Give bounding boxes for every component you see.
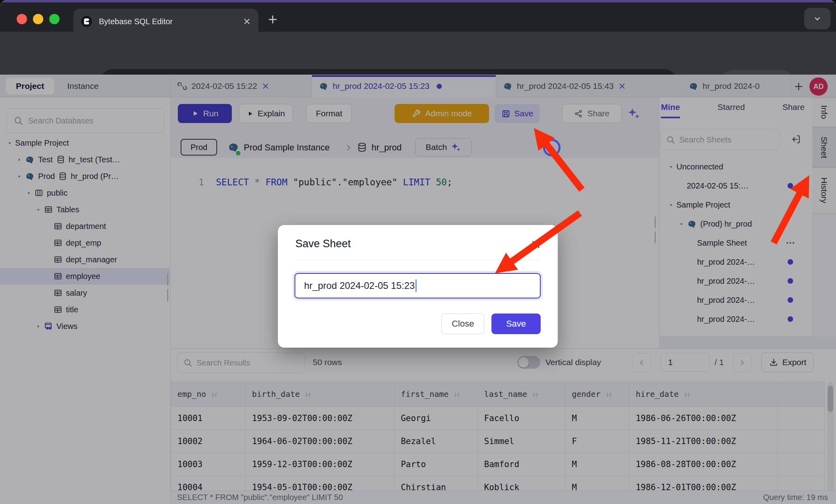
minimize-window-button[interactable]	[33, 14, 43, 24]
new-tab-button[interactable]	[267, 13, 279, 25]
browser-titlebar: Bytebase SQL Editor	[0, 2, 836, 32]
dialog-divider	[295, 260, 540, 260]
annotation-ring	[543, 139, 561, 156]
save-sheet-dialog: Save Sheet hr_prod 2024-02-05 15:23 Clos…	[278, 225, 558, 348]
close-dialog-icon[interactable]	[530, 239, 542, 250]
close-window-button[interactable]	[17, 14, 27, 24]
sheet-name-input[interactable]: hr_prod 2024-02-05 15:23	[295, 273, 541, 298]
dialog-save-button[interactable]: Save	[491, 314, 541, 334]
dialog-close-button[interactable]: Close	[441, 314, 484, 334]
bytebase-favicon	[81, 15, 92, 27]
browser-tab[interactable]: Bytebase SQL Editor	[73, 9, 258, 34]
zoom-window-button[interactable]	[49, 14, 60, 24]
browser-tab-title: Bytebase SQL Editor	[99, 17, 243, 26]
close-tab-icon[interactable]	[243, 17, 251, 26]
browser-navbar: localhost:8080/sql-editor/prod-sample-in…	[0, 32, 836, 75]
bytebase-sql-editor-window: Bytebase SQL Editor localhost:8080/sql-e…	[0, 0, 836, 504]
tab-search-button[interactable]	[804, 8, 830, 29]
dialog-title: Save Sheet	[295, 238, 351, 250]
text-caret	[416, 279, 416, 292]
